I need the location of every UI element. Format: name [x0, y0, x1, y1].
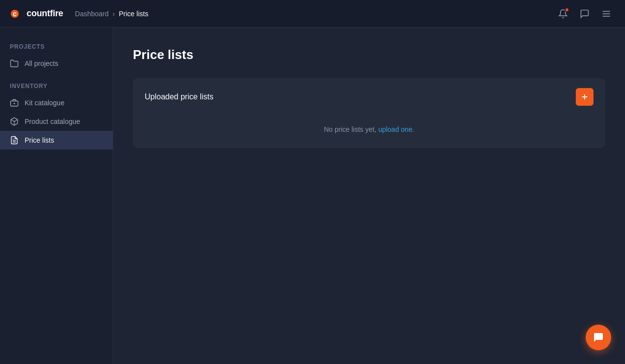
sidebar-item-price-lists[interactable]: Price lists — [0, 131, 113, 150]
kit-icon — [10, 98, 19, 107]
price-list-icon — [10, 136, 19, 145]
logo-text: countfire — [27, 8, 63, 19]
message-icon — [580, 9, 590, 19]
projects-section-label: Projects — [0, 43, 113, 50]
sidebar-item-kit-catalogue[interactable]: Kit catalogue — [0, 93, 113, 112]
page-title: Price lists — [133, 47, 605, 62]
sidebar-item-all-projects[interactable]: All projects — [0, 54, 113, 73]
svg-text:c: c — [13, 10, 17, 18]
breadcrumb-separator: › — [113, 10, 115, 18]
chat-button[interactable] — [586, 325, 611, 350]
messages-button[interactable] — [576, 5, 594, 23]
logo-icon: c — [10, 7, 24, 21]
sidebar: Projects All projects Inventory Kit cata… — [0, 28, 113, 364]
empty-state: No price lists yet, upload one. — [145, 116, 594, 138]
nav-right-icons — [554, 5, 615, 23]
chat-icon — [593, 332, 604, 343]
menu-button[interactable] — [597, 5, 615, 23]
folder-icon — [10, 59, 19, 68]
price-lists-label: Price lists — [25, 136, 54, 144]
logo[interactable]: c countfire — [10, 7, 63, 21]
breadcrumb: Dashboard › Price lists — [75, 10, 148, 18]
product-catalogue-label: Product catalogue — [25, 118, 80, 125]
main-content: Price lists Uploaded price lists No pric… — [113, 28, 625, 364]
notification-badge — [564, 7, 569, 12]
uploaded-price-lists-card: Uploaded price lists No price lists yet,… — [133, 78, 605, 148]
empty-text: No price lists yet, — [324, 125, 378, 133]
sidebar-item-product-catalogue[interactable]: Product catalogue — [0, 112, 113, 131]
notifications-button[interactable] — [554, 5, 572, 23]
box-icon — [10, 117, 19, 126]
upload-link[interactable]: upload one. — [378, 125, 414, 133]
card-header: Uploaded price lists — [145, 88, 594, 106]
inventory-section-label: Inventory — [0, 83, 113, 90]
top-navigation: c countfire Dashboard › Price lists — [0, 0, 625, 28]
card-title: Uploaded price lists — [145, 92, 214, 101]
breadcrumb-current: Price lists — [119, 10, 148, 18]
hamburger-icon — [601, 9, 611, 19]
kit-catalogue-label: Kit catalogue — [25, 99, 64, 107]
all-projects-label: All projects — [25, 60, 58, 67]
add-price-list-button[interactable] — [576, 88, 594, 106]
plus-icon — [580, 92, 589, 101]
app-layout: Projects All projects Inventory Kit cata… — [0, 28, 625, 364]
breadcrumb-parent[interactable]: Dashboard — [75, 10, 109, 18]
